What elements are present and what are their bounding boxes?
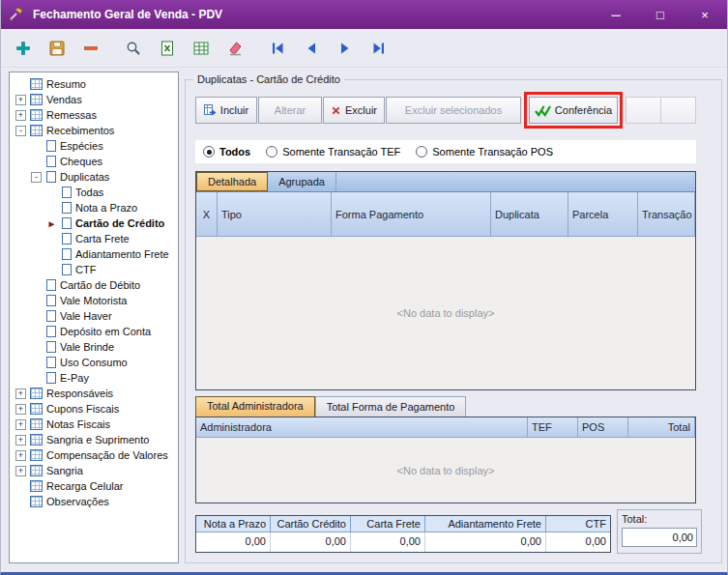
tree-item-label: Resumo bbox=[46, 78, 86, 90]
excluir-selecionados-button[interactable]: Excluir selecionados bbox=[386, 97, 521, 124]
column-header-administradora[interactable]: Administradora bbox=[196, 417, 528, 438]
radio-somente-transacao-pos[interactable]: Somente Transação POS bbox=[416, 146, 553, 158]
summary-header-row: Nota a Prazo Cartão Crédito Carta Frete … bbox=[196, 516, 610, 532]
tree-item-ctf[interactable]: CTF bbox=[10, 262, 178, 277]
close-button[interactable]: × bbox=[683, 0, 727, 29]
radio-tef-label: Somente Transação TEF bbox=[282, 146, 400, 158]
tree-item-todas[interactable]: Todas bbox=[10, 185, 178, 200]
column-header-transacao-tef[interactable]: Transação TE bbox=[638, 192, 695, 237]
tree-item-vale-motorista[interactable]: Vale Motorista bbox=[10, 293, 178, 308]
radio-pos-label: Somente Transação POS bbox=[432, 146, 553, 158]
radio-somente-transacao-tef[interactable]: Somente Transação TEF bbox=[266, 146, 400, 158]
summary-value-adiantamento-frete: 0,00 bbox=[425, 532, 546, 552]
grid-icon bbox=[30, 94, 43, 105]
column-header-forma-pagamento[interactable]: Forma Pagamento bbox=[332, 192, 491, 237]
maximize-button[interactable]: □ bbox=[638, 0, 683, 29]
grid-icon bbox=[30, 109, 43, 121]
tab-total-administradora[interactable]: Total Administradora bbox=[195, 396, 315, 417]
minimize-button[interactable]: ─ bbox=[594, 0, 638, 29]
tree-item-observacoes[interactable]: Observações bbox=[10, 494, 178, 509]
tree-item-remessas[interactable]: +Remessas bbox=[10, 107, 178, 123]
expander-icon[interactable]: + bbox=[15, 450, 26, 461]
expander-icon[interactable]: + bbox=[15, 110, 26, 121]
save-button[interactable] bbox=[46, 38, 68, 59]
total-label: Total: bbox=[622, 513, 697, 525]
tree-item-notas-fiscais[interactable]: +Notas Fiscais bbox=[10, 417, 178, 432]
expander-icon[interactable]: + bbox=[15, 404, 26, 415]
incluir-button[interactable]: Incluir bbox=[195, 97, 257, 124]
radio-todos[interactable]: Todos bbox=[203, 146, 250, 158]
expander-icon[interactable]: + bbox=[15, 95, 26, 105]
tree-item-label: Vale Motorista bbox=[60, 295, 128, 306]
column-header-tef[interactable]: TEF bbox=[528, 417, 578, 438]
expander-icon[interactable]: + bbox=[15, 388, 26, 399]
tree-item-e-pay[interactable]: E-Pay bbox=[10, 370, 178, 386]
tree-item-duplicatas[interactable]: -Duplicatas bbox=[10, 169, 178, 185]
column-header-duplicata[interactable]: Duplicata bbox=[491, 192, 568, 237]
tree-item-cartao-de-credito[interactable]: ►Cartão de Crédito bbox=[10, 216, 178, 231]
grid-icon bbox=[192, 40, 210, 57]
tree-item-label: Recebimentos bbox=[46, 125, 114, 136]
tree-item-especies[interactable]: Espécies bbox=[10, 138, 178, 154]
tab-agrupada[interactable]: Agrupada bbox=[268, 172, 336, 191]
tree-item-vendas[interactable]: +Vendas bbox=[10, 92, 178, 107]
expander-icon[interactable]: - bbox=[15, 126, 26, 136]
column-header-total[interactable]: Total bbox=[628, 417, 695, 438]
navigation-tree: Resumo +Vendas +Remessas -Recebimentos E… bbox=[9, 72, 179, 563]
tree-item-compensacao-de-valores[interactable]: +Compensação de Valores bbox=[10, 447, 178, 463]
tab-detalhada[interactable]: Detalhada bbox=[196, 172, 268, 191]
action-toolbar: Incluir Alterar Excluir Excluir selecion… bbox=[195, 96, 696, 125]
radio-checked-icon bbox=[203, 146, 215, 158]
column-header-pos[interactable]: POS bbox=[578, 417, 628, 438]
expander-icon[interactable]: + bbox=[15, 466, 26, 476]
summary-value-nota-a-prazo: 0,00 bbox=[196, 532, 271, 552]
delete-button[interactable] bbox=[80, 38, 102, 59]
totals-grid: Administradora TEF POS Total <No data to… bbox=[195, 417, 696, 503]
total-field[interactable]: 0,00 bbox=[622, 528, 697, 547]
column-header-tipo[interactable]: Tipo bbox=[218, 192, 332, 237]
search-button[interactable] bbox=[123, 38, 144, 59]
expander-icon[interactable]: + bbox=[15, 435, 26, 446]
prior-record-button[interactable] bbox=[301, 38, 322, 59]
document-icon bbox=[46, 372, 56, 384]
tree-item-recebimentos[interactable]: -Recebimentos bbox=[10, 123, 178, 138]
last-record-button[interactable] bbox=[368, 38, 390, 59]
tree-item-vale-brinde[interactable]: Vale Brinde bbox=[10, 339, 178, 355]
tree-item-label: Vale Brinde bbox=[60, 341, 114, 353]
export-excel-icon bbox=[159, 40, 176, 57]
add-button[interactable] bbox=[13, 38, 34, 59]
tree-item-label: Recarga Celular bbox=[46, 480, 123, 492]
column-header-x[interactable]: X bbox=[196, 192, 218, 237]
eraser-button[interactable] bbox=[224, 38, 246, 59]
tree-item-vale-haver[interactable]: Vale Haver bbox=[10, 308, 178, 324]
tree-item-cheques[interactable]: Cheques bbox=[10, 154, 178, 169]
first-record-button[interactable] bbox=[267, 38, 288, 59]
tree-item-label: Uso Consumo bbox=[60, 357, 128, 368]
tree-item-recarga-celular[interactable]: Recarga Celular bbox=[10, 478, 178, 494]
tree-item-sangria[interactable]: +Sangria bbox=[10, 463, 178, 478]
grid-button[interactable] bbox=[190, 38, 212, 59]
tree-item-responsaveis[interactable]: +Responsáveis bbox=[10, 386, 178, 401]
excluir-icon bbox=[331, 105, 341, 116]
tree-item-cupons-fiscais[interactable]: +Cupons Fiscais bbox=[10, 401, 178, 417]
tree-item-carta-frete[interactable]: Carta Frete bbox=[10, 231, 178, 246]
tree-item-cartao-de-debito[interactable]: Cartão de Débito bbox=[10, 277, 178, 293]
tree-item-nota-a-prazo[interactable]: Nota a Prazo bbox=[10, 200, 178, 216]
excluir-button[interactable]: Excluir bbox=[323, 97, 385, 124]
tree-item-resumo[interactable]: Resumo bbox=[10, 76, 178, 92]
conferencia-button[interactable]: Conferência bbox=[529, 97, 618, 124]
tree-item-deposito-em-conta[interactable]: Depósito em Conta bbox=[10, 324, 178, 339]
tree-item-uso-consumo[interactable]: Uso Consumo bbox=[10, 355, 178, 370]
tab-total-forma-pagamento[interactable]: Total Forma de Pagamento bbox=[315, 396, 467, 417]
tree-item-adiantamento-frete[interactable]: Adiantamento Frete bbox=[10, 246, 178, 262]
alterar-button[interactable]: Alterar bbox=[258, 97, 322, 124]
next-record-button[interactable] bbox=[335, 38, 356, 59]
tree-item-sangria-e-suprimento[interactable]: +Sangria e Suprimento bbox=[10, 432, 178, 447]
column-header-parcela[interactable]: Parcela bbox=[568, 192, 638, 237]
expander-icon[interactable]: - bbox=[31, 172, 42, 183]
expander-icon[interactable]: + bbox=[15, 419, 26, 430]
tree-item-label: E-Pay bbox=[60, 372, 89, 384]
tools-group bbox=[123, 38, 246, 59]
export-excel-button[interactable] bbox=[157, 38, 178, 59]
title-bar: Fechamento Geral de Venda - PDV ─ □ × bbox=[1, 0, 727, 29]
